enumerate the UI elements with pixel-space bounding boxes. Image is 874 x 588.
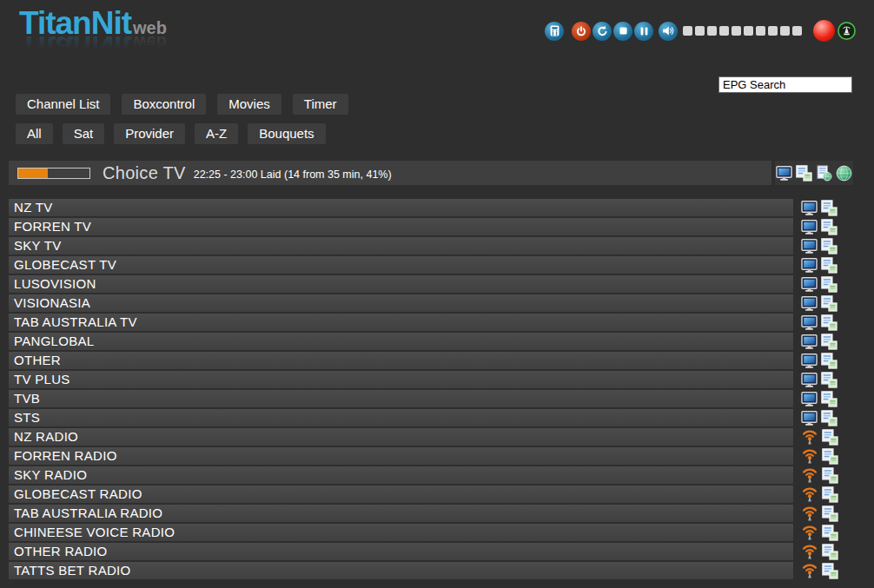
epg-list-icon[interactable] <box>822 467 838 484</box>
volume-segment[interactable] <box>756 26 765 36</box>
stream-antenna-icon[interactable] <box>837 21 857 41</box>
channel-name[interactable]: LUSOVISION <box>9 275 793 293</box>
epg-list-icon[interactable] <box>821 295 838 312</box>
stop-icon[interactable] <box>613 22 632 41</box>
tv-monitor-icon[interactable] <box>801 373 818 387</box>
copy-pages-icon[interactable] <box>796 165 812 182</box>
epg-list-icon[interactable] <box>821 391 838 407</box>
channel-name[interactable]: SKY TV <box>9 237 793 254</box>
logo-reflection: TitanNitweb <box>19 31 167 63</box>
channel-name[interactable]: NZ RADIO <box>9 428 793 446</box>
channel-name[interactable]: STS <box>9 409 793 426</box>
volume-segment[interactable] <box>780 26 790 36</box>
epg-list-icon[interactable] <box>822 486 838 503</box>
volume-segment[interactable] <box>732 26 741 36</box>
filter-provider-button[interactable]: Provider <box>114 123 185 144</box>
volume-segment[interactable] <box>792 26 802 36</box>
channel-name[interactable]: TVB <box>9 390 793 407</box>
nav-timer-button[interactable]: Timer <box>293 94 348 115</box>
volume-icon[interactable] <box>659 22 678 41</box>
epg-search-input[interactable] <box>718 76 852 93</box>
epg-list-icon[interactable] <box>821 238 838 254</box>
tv-monitor-icon[interactable] <box>801 277 818 292</box>
epg-document-icon[interactable] <box>816 165 832 182</box>
epg-list-icon[interactable] <box>821 314 838 331</box>
web-globe-icon[interactable] <box>836 165 852 182</box>
channel-row: TAB AUSTRALIA TV <box>9 313 865 332</box>
channel-name[interactable]: GLOBECAST TV <box>9 256 793 274</box>
channel-name[interactable]: TAB AUSTRALIA TV <box>9 314 793 331</box>
epg-list-icon[interactable] <box>822 544 838 560</box>
epg-list-icon[interactable] <box>822 505 838 522</box>
pause-icon[interactable] <box>634 22 653 41</box>
channel-row: SKY RADIO <box>9 466 865 485</box>
power-icon[interactable] <box>572 22 591 41</box>
tv-monitor-icon[interactable] <box>801 353 818 368</box>
epg-list-icon[interactable] <box>821 219 838 235</box>
tv-monitor-icon[interactable] <box>801 220 818 235</box>
channel-name[interactable]: SKY RADIO <box>9 466 793 484</box>
radio-antenna-icon[interactable] <box>801 429 818 445</box>
epg-list-icon[interactable] <box>822 563 838 579</box>
filter-all-button[interactable]: All <box>16 123 53 144</box>
epg-list-icon[interactable] <box>822 525 838 541</box>
volume-segment[interactable] <box>707 26 717 36</box>
volume-segment[interactable] <box>695 26 705 36</box>
volume-segment[interactable] <box>683 26 692 36</box>
epg-list-icon[interactable] <box>822 448 838 465</box>
channel-name[interactable]: CHINEESE VOICE RADIO <box>9 524 793 541</box>
nav-channel-list-button[interactable]: Channel List <box>16 94 110 115</box>
radio-antenna-icon[interactable] <box>801 563 818 578</box>
nav-boxcontrol-button[interactable]: Boxcontrol <box>122 94 206 115</box>
primary-nav: Channel List Boxcontrol Movies Timer <box>16 94 348 115</box>
radio-antenna-icon[interactable] <box>801 467 818 483</box>
volume-segment[interactable] <box>719 26 729 36</box>
channel-row-actions <box>801 334 838 350</box>
epg-list-icon[interactable] <box>822 429 838 446</box>
channel-row: LUSOVISION <box>9 274 865 294</box>
epg-list-icon[interactable] <box>821 200 838 216</box>
nav-movies-button[interactable]: Movies <box>217 94 281 115</box>
remote-control-icon[interactable] <box>545 22 564 41</box>
epg-list-icon[interactable] <box>821 276 838 293</box>
radio-antenna-icon[interactable] <box>801 486 818 502</box>
tv-monitor-icon[interactable] <box>801 239 818 254</box>
radio-antenna-icon[interactable] <box>801 448 818 464</box>
radio-antenna-icon[interactable] <box>801 525 818 540</box>
tv-monitor-icon[interactable] <box>801 411 818 426</box>
volume-segment[interactable] <box>768 26 778 36</box>
tv-monitor-icon[interactable] <box>801 315 818 330</box>
channel-name[interactable]: OTHER RADIO <box>9 543 793 560</box>
volume-segment[interactable] <box>744 26 753 36</box>
channel-name[interactable]: TATTS BET RADIO <box>9 562 793 579</box>
epg-list-icon[interactable] <box>821 410 838 426</box>
filter-az-button[interactable]: A-Z <box>195 123 238 144</box>
channel-name[interactable]: FORREN RADIO <box>9 447 793 465</box>
channel-name[interactable]: VISIONASIA <box>9 294 793 312</box>
refresh-icon[interactable] <box>593 22 612 41</box>
channel-name[interactable]: GLOBECAST RADIO <box>9 486 793 503</box>
tv-monitor-icon[interactable] <box>801 201 818 215</box>
filter-sat-button[interactable]: Sat <box>63 123 105 144</box>
channel-name[interactable]: NZ TV <box>9 199 793 216</box>
epg-list-icon[interactable] <box>821 257 838 274</box>
radio-antenna-icon[interactable] <box>801 505 818 521</box>
epg-list-icon[interactable] <box>821 334 838 350</box>
channel-row-actions <box>801 353 838 369</box>
tv-monitor-icon[interactable] <box>801 258 818 273</box>
tv-monitor-icon[interactable] <box>801 392 818 406</box>
epg-list-icon[interactable] <box>821 372 838 388</box>
channel-name[interactable]: FORREN TV <box>9 218 793 235</box>
channel-name[interactable]: PANGLOBAL <box>9 333 793 350</box>
record-indicator[interactable] <box>813 20 835 42</box>
filter-bouquets-button[interactable]: Bouquets <box>248 123 325 144</box>
channel-row: FORREN TV <box>9 217 865 236</box>
channel-name[interactable]: TAB AUSTRALIA RADIO <box>9 505 793 522</box>
radio-antenna-icon[interactable] <box>801 544 818 559</box>
screenshot-monitor-icon[interactable] <box>776 166 792 181</box>
tv-monitor-icon[interactable] <box>801 296 818 311</box>
epg-list-icon[interactable] <box>821 353 838 369</box>
tv-monitor-icon[interactable] <box>801 334 818 349</box>
channel-name[interactable]: OTHER <box>9 352 793 369</box>
channel-name[interactable]: TV PLUS <box>9 371 793 388</box>
